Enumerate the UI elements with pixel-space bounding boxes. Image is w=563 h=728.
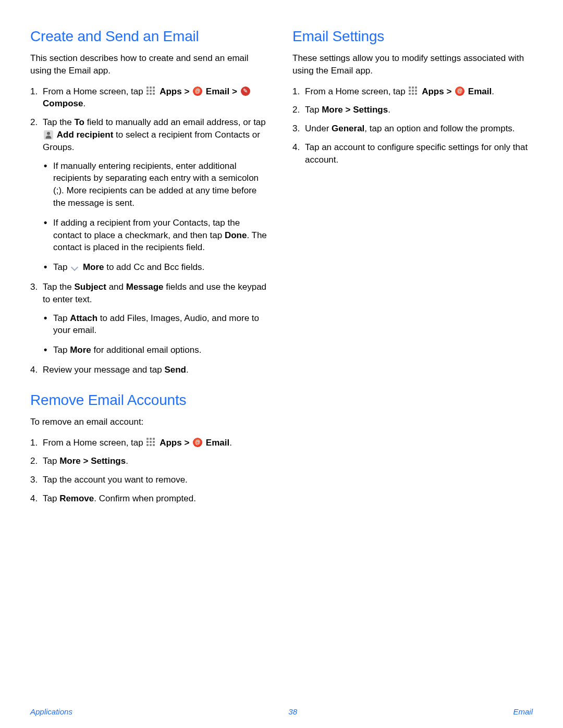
text: and (106, 282, 126, 292)
text: Tap (305, 105, 322, 115)
text: . (186, 365, 189, 375)
step-3: Tap the account you want to remove. (30, 474, 271, 486)
contact-icon (44, 130, 53, 140)
text: Tap (43, 493, 59, 503)
text: From a Home screen, tap (43, 438, 145, 448)
section-create-send: Create and Send an Email This section de… (30, 28, 271, 376)
heading-email-settings: Email Settings (292, 28, 533, 45)
section-remove-accounts: Remove Email Accounts To remove an email… (30, 392, 271, 505)
intro-create-send: This section describes how to create and… (30, 52, 271, 77)
apps-label: Apps (160, 87, 182, 96)
step-4: Tap Remove. Confirm when prompted. (30, 492, 271, 505)
heading-remove: Remove Email Accounts (30, 392, 271, 409)
step-3: Under General, tap an option and follow … (292, 122, 533, 135)
footer-right: Email (513, 707, 533, 716)
dot: . (229, 438, 232, 448)
gt2: > (232, 87, 240, 96)
step-2-bullets: If manually entering recipients, enter a… (43, 160, 271, 274)
bullet-2c: Tap More to add Cc and Bcc fields. (43, 261, 271, 274)
email-icon (455, 87, 464, 96)
more-label: More (83, 262, 104, 272)
chevron-down-icon (71, 264, 79, 270)
more-label-2: More (70, 345, 91, 355)
step-3: Tap the Subject and Message fields and u… (30, 281, 271, 356)
left-column: Create and Send an Email This section de… (30, 28, 271, 521)
apps-label: Apps (422, 87, 444, 96)
bullet-3b: Tap More for additional email options. (43, 344, 271, 356)
intro-email-settings: These settings allow you to modify setti… (292, 52, 533, 77)
more-label: More (322, 105, 343, 115)
apps-icon (409, 87, 418, 96)
general-label: General (332, 124, 364, 133)
subject-label: Subject (75, 282, 106, 292)
step-3-bullets: Tap Attach to add Files, Images, Audio, … (43, 312, 271, 356)
gt: > (446, 87, 454, 96)
step-4: Review your message and tap Send. (30, 364, 271, 376)
section-email-settings: Email Settings These settings allow you … (292, 28, 533, 166)
email-icon (193, 438, 202, 447)
text: Under (305, 124, 332, 133)
apps-label: Apps (160, 438, 182, 448)
dot: . (492, 87, 494, 96)
text: , tap an option and follow the prompts. (364, 124, 515, 133)
dot: . (83, 98, 85, 108)
settings-label: Settings (91, 456, 126, 466)
bullet-2b: If adding a recipient from your Contacts… (43, 217, 271, 254)
step-1: From a Home screen, tap Apps > Email > C… (30, 85, 271, 110)
bullet-2a: If manually entering recipients, enter a… (43, 160, 271, 209)
step-2: Tap More > Settings. (30, 455, 271, 467)
compose-icon (241, 87, 250, 96)
text: Tap (53, 345, 70, 355)
text: to add Cc and Bcc fields. (104, 262, 205, 272)
steps-remove: From a Home screen, tap Apps > Email. Ta… (30, 437, 271, 505)
email-icon (193, 87, 202, 96)
compose-label: Compose (43, 98, 83, 108)
text: . Confirm when prompted. (94, 493, 196, 503)
more-label: More (59, 456, 81, 466)
footer-left: Applications (30, 707, 72, 716)
apps-icon (146, 87, 156, 96)
text: Tap (53, 262, 70, 272)
text: From a Home screen, tap (43, 87, 145, 96)
text: Tap (43, 456, 59, 466)
addrec-label: Add recipient (57, 130, 114, 140)
remove-label: Remove (59, 493, 94, 503)
text: Tap the (43, 282, 75, 292)
text: Tap the (43, 117, 75, 127)
done-label: Done (225, 230, 247, 240)
text: field to manually add an email address, … (84, 117, 266, 127)
text: From a Home screen, tap (305, 87, 408, 96)
to-label: To (75, 117, 85, 127)
footer-page-number: 38 (288, 707, 297, 716)
text: for additional email options. (91, 345, 202, 355)
gt: > (81, 456, 91, 466)
steps-email-settings: From a Home screen, tap Apps > Email. Ta… (292, 85, 533, 166)
step-2: Tap More > Settings. (292, 104, 533, 116)
email-label: Email (206, 87, 229, 96)
step-1: From a Home screen, tap Apps > Email. (30, 437, 271, 449)
intro-remove: To remove an email account: (30, 416, 271, 428)
right-column: Email Settings These settings allow you … (292, 28, 533, 521)
send-label: Send (164, 365, 186, 375)
text: Review your message and tap (43, 365, 164, 375)
gt: > (343, 105, 353, 115)
dot: . (126, 456, 128, 466)
gt: > (184, 438, 192, 448)
attach-label: Attach (70, 313, 97, 323)
step-4: Tap an account to configure specific set… (292, 141, 533, 166)
settings-label: Settings (353, 105, 388, 115)
step-1: From a Home screen, tap Apps > Email. (292, 85, 533, 98)
email-label: Email (468, 87, 492, 96)
dot: . (388, 105, 390, 115)
page-content: Create and Send an Email This section de… (0, 0, 563, 521)
text: If adding a recipient from your Contacts… (53, 218, 240, 240)
apps-icon (146, 438, 156, 447)
heading-create-send: Create and Send an Email (30, 28, 271, 45)
steps-create-send: From a Home screen, tap Apps > Email > C… (30, 85, 271, 376)
text: Tap (53, 313, 70, 323)
gt: > (184, 87, 192, 96)
page-footer: Applications 38 Email (0, 707, 563, 716)
bullet-3a: Tap Attach to add Files, Images, Audio, … (43, 312, 271, 337)
step-2: Tap the To field to manually add an emai… (30, 116, 271, 274)
email-label: Email (206, 438, 229, 448)
